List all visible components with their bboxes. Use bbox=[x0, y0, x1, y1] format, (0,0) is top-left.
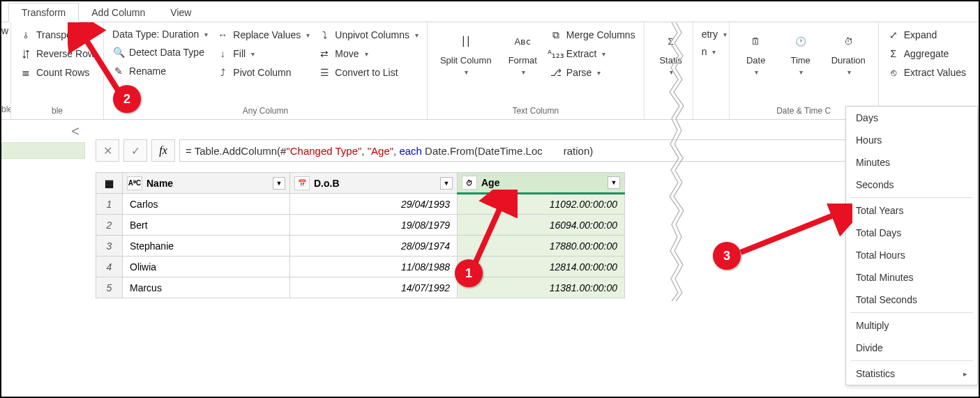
move-icon: ⇄ bbox=[318, 47, 331, 60]
replace-values-button[interactable]: ↔Replace Values bbox=[215, 27, 311, 43]
clock-icon: 🕐 bbox=[790, 30, 812, 52]
table-row[interactable]: 4Oliwia11/08/198812814.00:00:00 bbox=[96, 257, 625, 277]
transpose-icon: ⫰ bbox=[20, 29, 32, 41]
filter-button[interactable]: ▼ bbox=[273, 177, 285, 190]
group-label-table-frag: ble bbox=[1, 102, 10, 116]
merge-icon: ⧉ bbox=[550, 29, 562, 41]
menu-hours[interactable]: Hours bbox=[846, 129, 977, 151]
cell-dob[interactable]: 19/08/1979 bbox=[290, 215, 458, 236]
menu-statistics[interactable]: Statistics bbox=[846, 362, 977, 385]
rounding-fragment[interactable]: n bbox=[700, 45, 728, 59]
cell-dob[interactable]: 28/09/1974 bbox=[290, 236, 458, 257]
table-corner[interactable]: ▦ bbox=[96, 173, 123, 194]
menu-total-minutes[interactable]: Total Minutes bbox=[846, 266, 977, 289]
extract-icon: ᴬ₁₂₃ bbox=[550, 47, 562, 60]
annotation-badge-3: 3 bbox=[713, 242, 741, 270]
row-number[interactable]: 5 bbox=[96, 277, 123, 298]
cancel-formula-button[interactable]: ✕ bbox=[96, 139, 119, 162]
menu-days[interactable]: Days bbox=[846, 107, 977, 129]
ribbon-tabs: Transform Add Column View bbox=[1, 1, 979, 22]
reverse-icon: ⮃ bbox=[20, 47, 32, 60]
menu-multiply[interactable]: Multiply bbox=[846, 314, 977, 337]
date-button[interactable]: 🗓Date bbox=[737, 27, 776, 79]
cell-dob[interactable]: 11/08/1988 bbox=[290, 257, 458, 277]
filter-button[interactable]: ▼ bbox=[440, 177, 453, 190]
stopwatch-icon: ⏱ bbox=[837, 30, 859, 52]
menu-minutes[interactable]: Minutes bbox=[846, 151, 977, 174]
table-row[interactable]: 2Bert19/08/197916094.00:00:00 bbox=[96, 215, 625, 236]
unpivot-columns-button[interactable]: ⤵Unpivot Columns bbox=[317, 27, 420, 43]
tab-add-column[interactable]: Add Column bbox=[79, 3, 158, 22]
cell-dob[interactable]: 29/04/1993 bbox=[290, 194, 458, 215]
svg-line-3 bbox=[472, 200, 504, 270]
svg-line-5 bbox=[741, 212, 842, 252]
table-row[interactable]: 5Marcus14/07/199211381.00:00:00 bbox=[96, 277, 625, 298]
aggregate-button[interactable]: ΣAggregate bbox=[886, 46, 967, 61]
column-header-dob[interactable]: 📅 D.o.B ▼ bbox=[290, 173, 458, 194]
expand-button[interactable]: ⤢Expand bbox=[886, 27, 967, 43]
time-button[interactable]: 🕐Time bbox=[781, 27, 820, 79]
cell-name[interactable]: Stephanie bbox=[123, 236, 290, 257]
extract-values-button[interactable]: ⎋Extract Values bbox=[886, 65, 967, 80]
menu-divide[interactable]: Divide bbox=[846, 337, 977, 359]
cell-dob[interactable]: 14/07/1992 bbox=[290, 277, 458, 298]
query-item[interactable] bbox=[1, 142, 85, 159]
data-preview: ▦ AᴮC Name ▼ 📅 D.o.B ▼ bbox=[96, 172, 625, 298]
extract-values-icon: ⎋ bbox=[887, 66, 900, 79]
date-type-icon: 📅 bbox=[294, 176, 310, 190]
extract-button[interactable]: ᴬ₁₂₃Extract bbox=[548, 46, 637, 61]
collapse-queries-button[interactable]: < bbox=[1, 123, 85, 139]
pivot-column-button[interactable]: ⤴Pivot Column bbox=[215, 65, 311, 80]
fx-label: fx bbox=[151, 139, 175, 162]
list-icon: ☰ bbox=[318, 66, 331, 79]
menu-seconds[interactable]: Seconds bbox=[846, 174, 977, 196]
expand-icon: ⤢ bbox=[887, 29, 900, 41]
ribbon: w ble ⫰Transpo ⮃Reverse Row ≣Count Rows … bbox=[1, 22, 979, 120]
formula-input[interactable]: = Table.AddColumn(#"Changed Type", "Age"… bbox=[179, 139, 853, 162]
calendar-icon: 🗓 bbox=[745, 30, 767, 52]
row-number[interactable]: 4 bbox=[96, 257, 123, 277]
column-header-name[interactable]: AᴮC Name ▼ bbox=[123, 173, 290, 194]
parse-icon: ⎇ bbox=[550, 66, 562, 79]
split-column-button[interactable]: ⎮⎮Split Column bbox=[435, 27, 497, 79]
row-number[interactable]: 1 bbox=[96, 194, 123, 215]
table-row[interactable]: 1Carlos29/04/199311092.00:00:00 bbox=[96, 194, 625, 215]
cell-name[interactable]: Marcus bbox=[123, 277, 290, 298]
menu-total-days[interactable]: Total Days bbox=[846, 222, 977, 244]
split-icon: ⎮⎮ bbox=[455, 30, 477, 52]
aggregate-icon: Σ bbox=[887, 47, 900, 60]
filter-button[interactable]: ▼ bbox=[608, 176, 620, 189]
duration-type-icon: ⏱ bbox=[462, 176, 477, 190]
group-label-any-column: Any Column bbox=[108, 104, 423, 118]
duration-button[interactable]: ⏱Duration bbox=[826, 27, 871, 79]
cell-age[interactable]: 11381.00:00:00 bbox=[458, 277, 625, 298]
tab-transform[interactable]: Transform bbox=[8, 3, 79, 22]
menu-total-hours[interactable]: Total Hours bbox=[846, 244, 977, 266]
count-icon: ≣ bbox=[20, 66, 32, 79]
queries-pane: < bbox=[1, 123, 85, 159]
torn-edge bbox=[668, 22, 684, 301]
text-type-icon: AᴮC bbox=[127, 176, 142, 190]
tab-view[interactable]: View bbox=[158, 3, 204, 22]
trigonometry-fragment[interactable]: etry bbox=[700, 27, 728, 41]
fill-button[interactable]: ↓Fill bbox=[215, 46, 311, 61]
move-button[interactable]: ⇄Move bbox=[317, 46, 420, 61]
menu-total-years[interactable]: Total Years bbox=[846, 199, 977, 222]
merge-columns-button[interactable]: ⧉Merge Columns bbox=[548, 27, 637, 43]
cell-name[interactable]: Bert bbox=[123, 215, 290, 236]
convert-to-list-button[interactable]: ☰Convert to List bbox=[317, 65, 420, 80]
cell-name[interactable]: Oliwia bbox=[123, 257, 290, 277]
row-number[interactable]: 2 bbox=[96, 215, 123, 236]
row-number[interactable]: 3 bbox=[96, 236, 123, 257]
menu-total-seconds[interactable]: Total Seconds bbox=[846, 289, 977, 311]
annotation-arrow-3 bbox=[734, 204, 852, 259]
cell-name[interactable]: Carlos bbox=[123, 194, 290, 215]
format-button[interactable]: AʙᴄFormat bbox=[503, 27, 543, 79]
table-row[interactable]: 3Stephanie28/09/197417880.00:00:00 bbox=[96, 236, 625, 257]
accept-formula-button[interactable]: ✓ bbox=[123, 139, 147, 162]
parse-button[interactable]: ⎇Parse bbox=[548, 65, 637, 80]
truncated-fragment: w bbox=[1, 25, 8, 36]
fill-icon: ↓ bbox=[216, 47, 229, 60]
replace-icon: ↔ bbox=[216, 29, 229, 41]
unpivot-icon: ⤵ bbox=[318, 29, 331, 41]
